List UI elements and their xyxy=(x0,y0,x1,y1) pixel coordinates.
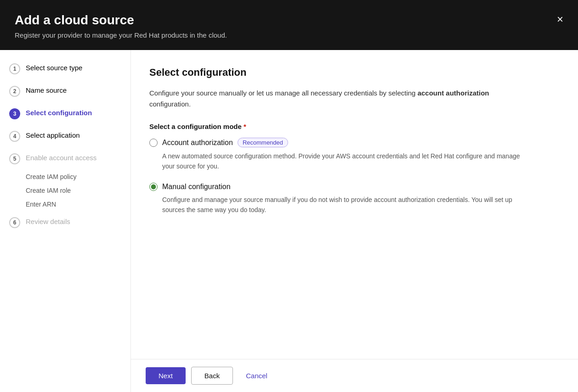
content-area: Select configuration Configure your sour… xyxy=(131,50,578,359)
next-button[interactable]: Next xyxy=(146,367,186,384)
step-6-num: 6 xyxy=(9,217,20,228)
sidebar-item-select-configuration[interactable]: 3 Select configuration xyxy=(0,102,130,125)
step-3-num: 3 xyxy=(9,108,20,119)
sidebar-item-enable-account-access: 5 Enable account access xyxy=(0,147,130,170)
radio-manual-config[interactable] xyxy=(149,183,158,191)
radio-account-auth-desc: A new automated source configuration met… xyxy=(149,151,526,172)
back-button[interactable]: Back xyxy=(191,367,233,385)
step-5-num: 5 xyxy=(9,153,20,164)
radio-row-account-auth: Account authorization Recommended xyxy=(149,138,560,147)
config-mode-label: Select a configuration mode* xyxy=(149,123,560,130)
step-4-label: Select application xyxy=(26,130,80,140)
substep-enter-arn: Enter ARN xyxy=(26,197,130,211)
radio-account-auth[interactable] xyxy=(149,139,158,147)
radio-option-manual-config: Manual configuration Configure and manag… xyxy=(149,183,560,215)
substep-create-iam-role: Create IAM role xyxy=(26,184,130,197)
radio-manual-config-desc: Configure and manage your source manuall… xyxy=(149,195,526,215)
modal-subtitle: Register your provider to manage your Re… xyxy=(15,31,227,39)
main-content: Select configuration Configure your sour… xyxy=(131,50,578,392)
content-description: Configure your source manually or let us… xyxy=(149,88,526,110)
content-title: Select configuration xyxy=(149,67,560,78)
sidebar-item-review-details: 6 Review details xyxy=(0,211,130,234)
sidebar: 1 Select source type 2 Name source 3 Sel… xyxy=(0,50,131,392)
substep-create-iam-policy: Create IAM policy xyxy=(26,170,130,184)
modal-body: 1 Select source type 2 Name source 3 Sel… xyxy=(0,50,578,392)
modal: Add a cloud source Register your provide… xyxy=(0,0,578,392)
radio-account-auth-label[interactable]: Account authorization xyxy=(162,139,233,147)
radio-manual-config-label[interactable]: Manual configuration xyxy=(162,183,231,191)
desc-bold: account authorization xyxy=(418,89,489,97)
step-3-label: Select configuration xyxy=(26,108,92,118)
radio-option-account-auth: Account authorization Recommended A new … xyxy=(149,138,560,172)
step-1-num: 1 xyxy=(9,63,20,74)
recommended-badge: Recommended xyxy=(238,138,288,147)
radio-row-manual-config: Manual configuration xyxy=(149,183,560,191)
sidebar-item-name-source[interactable]: 2 Name source xyxy=(0,80,130,102)
sidebar-item-select-application[interactable]: 4 Select application xyxy=(0,125,130,147)
footer: Next Back Cancel xyxy=(131,359,578,392)
close-button[interactable]: × xyxy=(557,14,563,25)
step-1-label: Select source type xyxy=(26,63,82,73)
modal-title: Add a cloud source xyxy=(15,13,227,28)
step-5-label: Enable account access xyxy=(26,153,96,162)
desc-end: configuration. xyxy=(149,100,191,108)
modal-header-text: Add a cloud source Register your provide… xyxy=(15,13,227,39)
modal-header: Add a cloud source Register your provide… xyxy=(0,0,578,50)
sidebar-item-select-source-type[interactable]: 1 Select source type xyxy=(0,57,130,80)
required-star: * xyxy=(244,123,246,130)
step-2-num: 2 xyxy=(9,86,20,97)
sub-steps-container: Create IAM policy Create IAM role Enter … xyxy=(0,170,130,211)
step-6-label: Review details xyxy=(26,217,70,226)
step-4-num: 4 xyxy=(9,131,20,142)
desc-start: Configure your source manually or let us… xyxy=(149,89,418,97)
cancel-button[interactable]: Cancel xyxy=(238,367,275,384)
step-2-label: Name source xyxy=(26,85,67,95)
